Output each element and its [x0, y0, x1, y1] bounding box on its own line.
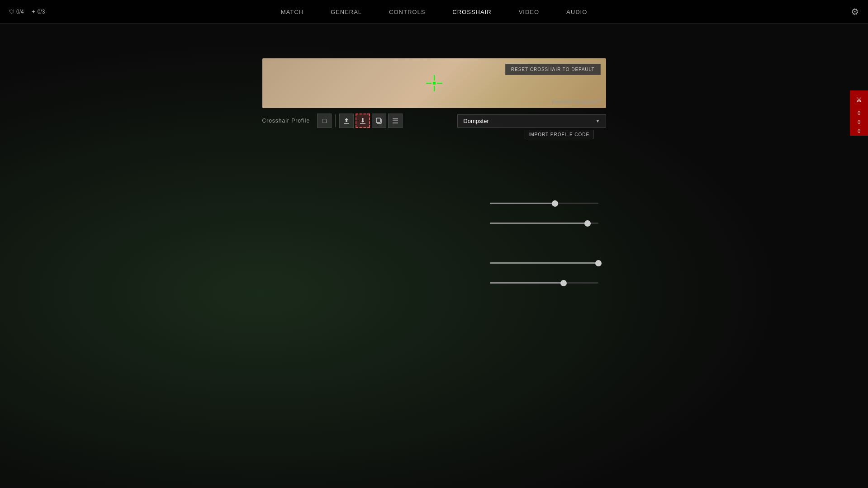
- right-panel-counter-3: 0: [858, 127, 860, 136]
- crosshair-preview: [425, 74, 443, 92]
- profile-row: Crosshair Profile □: [262, 114, 606, 128]
- right-panel: ⚔ 0 0 0: [850, 90, 868, 136]
- nav-item-controls[interactable]: CONTROLS: [389, 7, 425, 17]
- center-dot-thickness-track[interactable]: [490, 282, 598, 284]
- center-dot-opacity-track[interactable]: [490, 262, 598, 264]
- misaligned-text: Elements misaligned?: [552, 99, 601, 104]
- star-icon: ✦: [31, 9, 36, 15]
- outline-opacity-thumb[interactable]: [552, 200, 558, 207]
- shield-icon: 🛡: [9, 9, 14, 15]
- center-dot-opacity-fill: [490, 262, 598, 264]
- profile-select[interactable]: Dompster ▼: [457, 114, 606, 128]
- right-panel-icon[interactable]: ⚔: [850, 90, 868, 109]
- svg-rect-11: [393, 123, 398, 123]
- profile-export-button[interactable]: [339, 114, 354, 128]
- crosshair-svg: [425, 74, 443, 92]
- export-icon: [343, 117, 350, 124]
- outline-thickness-track[interactable]: [490, 223, 598, 224]
- profile-copy-button[interactable]: [372, 114, 386, 128]
- outline-opacity-track[interactable]: [490, 203, 598, 204]
- outline-thickness-thumb[interactable]: [584, 220, 591, 227]
- nav-item-match[interactable]: MATCH: [281, 7, 304, 17]
- star-count: 0/3: [38, 9, 45, 15]
- center-dot-thickness-thumb[interactable]: [560, 280, 567, 286]
- star-stat: ✦ 0/3: [31, 9, 45, 15]
- copy-icon: [375, 117, 383, 124]
- svg-rect-6: [360, 123, 365, 124]
- svg-rect-8: [376, 118, 380, 123]
- profile-label: Crosshair Profile: [262, 118, 310, 124]
- import-tooltip: IMPORT PROFILE CODE: [525, 130, 594, 139]
- shield-count: 0/4: [16, 9, 24, 15]
- nav-item-video[interactable]: VIDEO: [519, 7, 539, 17]
- import-icon: [392, 117, 399, 124]
- svg-rect-10: [393, 121, 398, 122]
- profile-current-value: Dompster: [463, 118, 489, 124]
- svg-rect-9: [393, 118, 398, 119]
- center-dot-thickness-fill: [490, 282, 564, 284]
- svg-rect-5: [344, 123, 349, 124]
- profile-divider: [335, 114, 336, 127]
- right-panel-counter-2: 0: [858, 118, 860, 127]
- center-dot-opacity-thumb[interactable]: [595, 260, 602, 266]
- crosshair-preview-area: RESET CROSSHAIR TO DEFAULT Elements misa…: [262, 58, 606, 108]
- settings-gear-icon[interactable]: ⚙: [851, 6, 859, 17]
- top-nav: 🛡 0/4 ✦ 0/3 MATCH GENERAL CONTROLS CROSS…: [0, 0, 868, 24]
- main-nav: MATCH GENERAL CONTROLS CROSSHAIR VIDEO A…: [281, 7, 588, 17]
- shield-stat: 🛡 0/4: [9, 9, 24, 15]
- stats-area: 🛡 0/4 ✦ 0/3: [9, 9, 45, 15]
- profile-import-button[interactable]: [388, 114, 403, 128]
- outline-opacity-fill: [490, 203, 555, 204]
- profile-new-button[interactable]: □: [317, 114, 332, 128]
- nav-item-crosshair[interactable]: CROSSHAIR: [452, 7, 491, 17]
- reset-crosshair-button[interactable]: RESET CROSSHAIR TO DEFAULT: [505, 64, 601, 75]
- select-arrow-icon: ▼: [596, 118, 600, 123]
- outline-thickness-fill: [490, 223, 588, 224]
- nav-item-audio[interactable]: AUDIO: [566, 7, 587, 17]
- profile-actions: □: [317, 114, 454, 128]
- nav-item-general[interactable]: GENERAL: [331, 7, 362, 17]
- svg-rect-4: [433, 82, 436, 85]
- download-icon: [359, 117, 366, 124]
- right-panel-counter-1: 0: [858, 109, 860, 118]
- profile-download-button[interactable]: [356, 114, 370, 128]
